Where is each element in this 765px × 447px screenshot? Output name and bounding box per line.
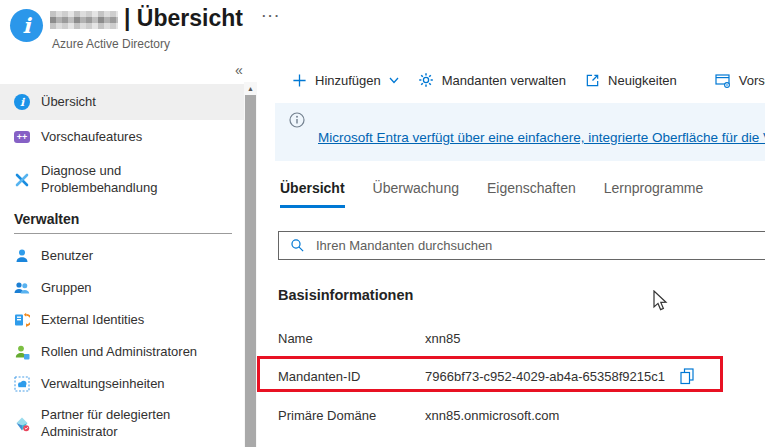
command-bar: Hinzufügen Mandanten verwalten bbox=[258, 60, 765, 100]
info-label: Mandanten-ID bbox=[278, 369, 425, 384]
collapse-sidebar-icon[interactable]: « bbox=[235, 62, 243, 78]
search-icon bbox=[290, 238, 305, 253]
copy-icon[interactable] bbox=[678, 367, 696, 386]
tab-lernprogramme[interactable]: Lernprogramme bbox=[604, 180, 704, 208]
add-button[interactable]: Hinzufügen bbox=[292, 73, 399, 88]
gear-icon bbox=[418, 72, 434, 88]
mouse-cursor bbox=[650, 290, 670, 312]
info-value: xnn85 bbox=[425, 331, 460, 346]
info-row-name: Name xnn85 bbox=[278, 331, 460, 346]
sidebar-item-uebersicht[interactable]: i Übersicht bbox=[0, 84, 244, 120]
external-identities-icon bbox=[14, 312, 30, 328]
sidebar-item-vorschaufeatures[interactable]: ++ Vorschaufeatures bbox=[0, 121, 244, 153]
tab-uebersicht[interactable]: Übersicht bbox=[280, 180, 345, 208]
plus-icon bbox=[292, 73, 307, 88]
tenant-id-value: 7966bf73-c952-4029-ab4a-65358f9215c1 bbox=[425, 369, 665, 384]
sidebar-section-verwalten: Verwalten bbox=[14, 211, 79, 227]
page-subtitle: Azure Active Directory bbox=[52, 37, 170, 51]
azure-ad-info-icon: i bbox=[10, 9, 43, 42]
sidebar-item-diagnose[interactable]: Diagnose und Problembehandlung bbox=[0, 155, 244, 205]
entra-banner-link[interactable]: Microsoft Entra verfügt über eine einfac… bbox=[318, 130, 765, 145]
basic-info-title: Basisinformationen bbox=[278, 287, 413, 303]
sidebar-item-partner[interactable]: Partner für delegierten Administrator bbox=[0, 400, 244, 447]
entra-info-banner: Microsoft Entra verfügt über eine einfac… bbox=[275, 103, 765, 161]
info-row-tenant-id: Mandanten-ID 7966bf73-c952-4029-ab4a-653… bbox=[278, 367, 696, 386]
sidebar-item-benutzer[interactable]: Benutzer bbox=[0, 240, 244, 272]
preview-features-icon: ++ bbox=[14, 129, 30, 145]
group-sidebar-item-gruppen[interactable]: Gruppen bbox=[0, 272, 244, 304]
preview-features-toolbar-icon bbox=[715, 73, 731, 88]
tab-bar: Übersicht Überwachung Eigenschaften Lern… bbox=[280, 180, 703, 208]
whats-new-button[interactable]: Neuigkeiten bbox=[585, 73, 677, 88]
page-title: | Übersicht bbox=[124, 5, 243, 32]
manage-tenants-button[interactable]: Mandanten verwalten bbox=[418, 72, 566, 88]
info-outline-icon bbox=[289, 112, 305, 128]
info-label: Name bbox=[278, 331, 425, 346]
scroll-up-icon[interactable]: ▲ bbox=[244, 82, 257, 95]
tab-ueberwachung[interactable]: Überwachung bbox=[373, 180, 459, 208]
sidebar-scrollbar[interactable]: ▲ bbox=[244, 82, 257, 447]
scrollbar-thumb[interactable] bbox=[245, 95, 256, 447]
info-row-primary-domain: Primäre Domäne xnn85.onmicrosoft.com bbox=[278, 408, 559, 423]
sidebar-item-external-identities[interactable]: External Identities bbox=[0, 304, 244, 336]
diagnose-icon bbox=[14, 172, 30, 188]
preview-features-button[interactable]: Vorsc bbox=[715, 73, 765, 88]
roles-icon bbox=[14, 344, 30, 360]
partner-icon bbox=[14, 416, 30, 432]
sidebar-item-verwaltungseinheiten[interactable]: Verwaltungseinheiten bbox=[0, 368, 244, 400]
azure-ad-overview-page: i | Übersicht Azure Active Directory ···… bbox=[0, 0, 765, 447]
admin-units-icon bbox=[14, 376, 30, 392]
group-icon bbox=[14, 280, 30, 296]
chevron-down-icon bbox=[389, 77, 399, 84]
sidebar-divider bbox=[14, 233, 232, 234]
info-value: xnn85.onmicrosoft.com bbox=[425, 408, 559, 423]
tab-eigenschaften[interactable]: Eigenschaften bbox=[487, 180, 576, 208]
redacted-tenant-name bbox=[50, 11, 118, 29]
sidebar-item-rollen[interactable]: Rollen und Administratoren bbox=[0, 336, 244, 368]
open-in-new-icon bbox=[585, 73, 600, 88]
search-input[interactable] bbox=[314, 237, 765, 254]
info-label: Primäre Domäne bbox=[278, 408, 425, 423]
tenant-search-box[interactable] bbox=[278, 231, 765, 260]
more-options-icon[interactable]: ··· bbox=[262, 8, 281, 23]
user-icon bbox=[14, 248, 30, 264]
info-icon: i bbox=[14, 94, 30, 110]
